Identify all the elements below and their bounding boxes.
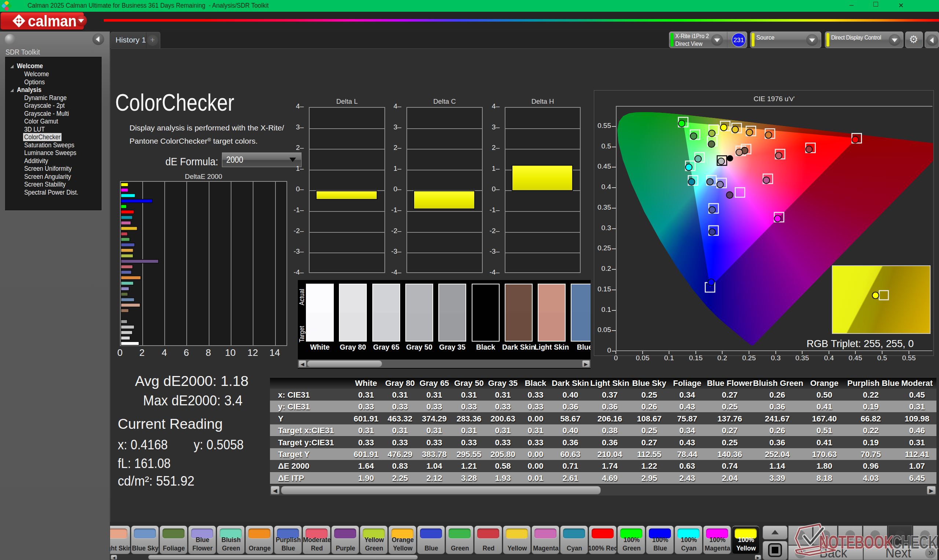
svg-text:CHECK: CHECK: [892, 532, 938, 552]
svg-text:NOTEBOOK: NOTEBOOK: [819, 532, 894, 552]
